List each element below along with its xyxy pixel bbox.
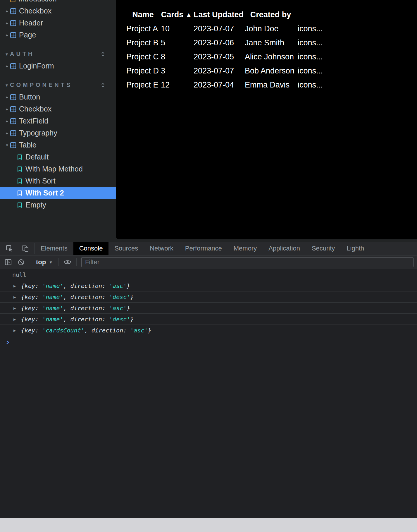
eye-icon[interactable]	[61, 256, 74, 268]
sidebar-story-with-map-method[interactable]: With Map Method	[0, 163, 116, 175]
component-icon	[10, 8, 16, 14]
context-selector[interactable]: top ▼	[32, 258, 56, 266]
component-icon	[10, 118, 16, 124]
chevron-right-icon[interactable]: ▸	[4, 131, 10, 136]
tab-sources[interactable]: Sources	[108, 242, 144, 255]
cell-actions: icons...	[297, 78, 341, 92]
cell-name: Project D	[126, 64, 160, 78]
sidebar-item-header[interactable]: ▸ Header	[0, 17, 116, 29]
col-header-name[interactable]: Name	[126, 8, 160, 22]
chevron-right-icon[interactable]: ▸	[4, 95, 10, 100]
sidebar-item-loginform[interactable]: ▸ LoginForm	[0, 60, 116, 72]
col-header-created-by[interactable]: Created by	[244, 8, 297, 22]
sidebar-item-textfield[interactable]: ▸ TextField	[0, 115, 116, 127]
chevron-right-icon[interactable]: ▸	[4, 20, 10, 26]
chevron-down-icon[interactable]: ▾	[4, 83, 9, 87]
chevron-right-icon[interactable]: ▸	[4, 107, 10, 112]
sidebar-item-label: Checkbox	[19, 7, 51, 15]
chevron-down-icon[interactable]: ▾	[4, 52, 9, 56]
cell-name: Project B	[126, 36, 160, 50]
component-icon	[10, 94, 16, 100]
chevron-right-icon[interactable]: ▸	[4, 8, 10, 14]
object-expand-icon[interactable]: ▶	[13, 328, 21, 333]
story-label: With Sort	[25, 177, 56, 185]
cell-last-updated: 2023-07-06	[193, 36, 244, 50]
cell-last-updated: 2023-07-05	[193, 50, 244, 64]
console-sidebar-icon[interactable]	[2, 256, 15, 268]
cell-last-updated: 2023-07-07	[193, 64, 244, 78]
sidebar-section-components[interactable]: ▾ COMPONENTS	[0, 79, 116, 91]
object-expand-icon[interactable]: ▶	[13, 317, 21, 322]
col-header-cards[interactable]: Cards▲	[160, 8, 193, 22]
sidebar-item-introduction[interactable]: Introduction	[0, 0, 116, 5]
col-header-last-updated[interactable]: Last Updated	[193, 8, 244, 22]
sidebar-item-typography[interactable]: ▸ Typography	[0, 127, 116, 139]
device-toolbar-icon[interactable]	[19, 243, 32, 254]
console-message-object: ▶ {key: 'name', direction: 'asc'}	[0, 303, 417, 314]
tab-application[interactable]: Application	[263, 242, 306, 255]
tab-memory[interactable]: Memory	[228, 242, 263, 255]
sidebar-item-checkbox-root[interactable]: ▸ Checkbox	[0, 5, 116, 17]
sidebar-section-auth[interactable]: ▾ AUTH	[0, 48, 116, 60]
sidebar-item-label: Introduction	[18, 0, 57, 3]
cell-last-updated: 2023-07-07	[193, 22, 244, 36]
bookmark-icon	[17, 190, 22, 196]
console-filter-input[interactable]	[81, 257, 413, 267]
table-row: Project C 8 2023-07-05 Alice Johnson ico…	[126, 50, 341, 64]
chevron-right-icon[interactable]: ▸	[4, 119, 10, 124]
console-toolbar: top ▼	[0, 255, 417, 269]
table-header-row: Name Cards▲ Last Updated Created by	[126, 8, 341, 22]
object-expand-icon[interactable]: ▶	[13, 306, 21, 310]
object-expand-icon[interactable]: ▶	[13, 284, 21, 288]
divider	[58, 258, 59, 266]
sidebar-item-page[interactable]: ▸ Page	[0, 29, 116, 41]
devtools-tabbar: Elements Console Sources Network Perform…	[0, 242, 417, 255]
chevron-right-icon[interactable]: ▸	[4, 32, 10, 38]
bookmark-icon	[17, 202, 22, 208]
sidebar-story-with-sort[interactable]: With Sort	[0, 175, 116, 187]
sidebar-item-label: Button	[19, 93, 40, 101]
cell-actions: icons...	[297, 36, 341, 50]
tab-elements[interactable]: Elements	[35, 242, 73, 255]
section-title: AUTH	[10, 51, 35, 57]
object-expand-icon[interactable]: ▶	[13, 295, 21, 299]
sidebar-story-empty[interactable]: Empty	[0, 199, 116, 211]
row-action-icons[interactable]: icons...	[298, 66, 323, 75]
canvas-wrap: Name Cards▲ Last Updated Created by Proj…	[116, 0, 417, 242]
sidebar-story-default[interactable]: Default	[0, 151, 116, 163]
sort-asc-icon: ▲	[185, 11, 192, 19]
sidebar-item-checkbox[interactable]: ▸ Checkbox	[0, 103, 116, 115]
sidebar-item-label: Table	[19, 141, 37, 149]
cell-cards: 5	[160, 36, 193, 50]
tab-network[interactable]: Network	[144, 242, 179, 255]
object-preview: {key: 'name', direction: 'desc'}	[21, 294, 134, 301]
tab-console[interactable]: Console	[73, 242, 109, 255]
story-label: Empty	[25, 201, 46, 209]
section-expand-icon[interactable]	[101, 82, 105, 88]
chevron-right-icon[interactable]: ▸	[4, 64, 10, 69]
sidebar-item-button[interactable]: ▸ Button	[0, 91, 116, 103]
cell-created-by: Emma Davis	[244, 78, 297, 92]
console-prompt[interactable]	[0, 336, 417, 349]
section-expand-icon[interactable]	[101, 51, 105, 57]
sidebar-item-label: TextField	[19, 117, 48, 125]
tab-security[interactable]: Security	[306, 242, 341, 255]
row-action-icons[interactable]: icons...	[298, 52, 323, 61]
row-action-icons[interactable]: icons...	[298, 80, 323, 89]
row-action-icons[interactable]: icons...	[298, 24, 323, 33]
console-message-null: null	[0, 269, 417, 280]
tab-performance[interactable]: Performance	[179, 242, 228, 255]
console-message-object: ▶ {key: 'cardsCount', direction: 'asc'}	[0, 325, 417, 336]
chevron-down-icon[interactable]: ▾	[4, 143, 10, 148]
section-title: COMPONENTS	[10, 82, 72, 88]
prompt-chevron-icon	[6, 340, 10, 345]
clear-console-icon[interactable]	[15, 256, 27, 268]
tab-lighthouse[interactable]: Lighth	[341, 242, 370, 255]
sidebar-item-table[interactable]: ▾ Table	[0, 139, 116, 151]
sidebar-item-label: Page	[19, 31, 36, 39]
sidebar-story-with-sort-2[interactable]: With Sort 2	[0, 187, 116, 199]
component-icon	[10, 63, 16, 69]
inspect-icon[interactable]	[3, 243, 16, 254]
table-row: Project D 3 2023-07-07 Bob Anderson icon…	[126, 64, 341, 78]
row-action-icons[interactable]: icons...	[298, 38, 323, 47]
